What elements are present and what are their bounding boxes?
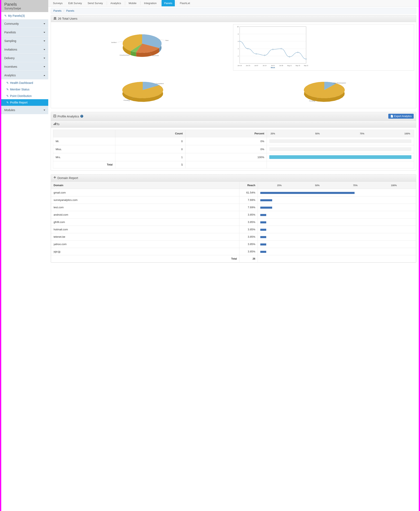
breadcrumb-link-0[interactable]: Panels [53,9,61,12]
svg-text:Jul 28: Jul 28 [279,65,283,66]
breadcrumb-link-1[interactable]: Panels [66,9,75,12]
row-percent: 0% [185,145,267,153]
to-footer-label: Total [53,161,115,168]
domain-th-axis: 25% 50% 75% 100% [258,182,416,189]
row-count: 1 [115,153,185,161]
sidebar-item-label: Member Status [10,88,30,91]
tab-surveys[interactable]: Surveys [50,0,65,6]
app-pie-chart: App DownloadedPending [234,77,414,106]
svg-text:App Downloaded: App Downloaded [333,82,346,84]
row-bar [267,145,414,153]
sidebar-section-invitations[interactable]: Invitations [1,45,48,54]
table-row: Miss. 0 0% [53,145,414,153]
edit-icon: ✎ [6,81,9,84]
svg-text:2: 2 [238,55,239,57]
row-reach: 3.85% [240,219,258,226]
sidebar-item-label: Profile Report [10,101,28,104]
to-footer-count: 1 [115,161,185,168]
sidebar-section-community[interactable]: Community [1,19,48,28]
table-row: yahoo.com 3.85% [51,241,416,248]
tab-panels[interactable]: Panels [162,0,175,6]
sidebar-item-member-status[interactable]: ✎Member Status [1,86,48,93]
tab-mobile[interactable]: Mobile [126,0,139,6]
row-percent: 100% [185,153,267,161]
help-icon[interactable]: ? [80,115,83,118]
tab-integration[interactable]: Integration [141,0,159,6]
sidebar-section-delivery[interactable]: Delivery [1,54,48,62]
row-label: Miss. [53,145,115,153]
svg-point-35 [272,49,273,50]
svg-point-0 [54,17,55,18]
row-reach: 3.85% [240,241,258,248]
sidebar-section-modules[interactable]: Modules [1,106,48,114]
to-title: To [56,122,60,126]
row-bar [258,248,416,255]
row-domain: android.com [51,211,240,219]
save-icon [53,114,56,118]
svg-point-38 [297,52,298,53]
sidebar-section-label: Delivery [4,56,15,60]
svg-text:Unsubscribed: Unsubscribed [120,54,129,56]
chevron-down-icon [44,49,45,50]
export-label: Export Analytics [394,115,412,118]
breadcrumb: Panels / Panels [51,8,416,14]
my-panels-link[interactable]: ✎My Panels(3) [1,12,48,19]
table-row: gmail.com 61.54% [51,189,416,196]
row-bar [267,153,414,161]
domain-report-header: Domain Report [51,175,416,182]
row-domain: test.com [51,204,240,211]
to-th-blank [53,130,115,137]
sidebar-section-panelists[interactable]: Panelists [1,28,48,37]
svg-text:Jul 21: Jul 21 [271,65,275,66]
status-pie-chart: NewBouncedUnsubscribedVerified [53,24,231,71]
svg-rect-49 [54,116,56,117]
to-th-count: Count [115,130,185,137]
sidebar-section-label: Modules [4,108,15,112]
tab-flashlet[interactable]: FlashLet [177,0,193,6]
row-domain: ygv.jg [51,248,240,255]
sidebar-section-label: Analytics [4,74,16,77]
sidebar-section-sampling[interactable]: Sampling [1,37,48,45]
row-bar [258,196,416,204]
sidebar-section-analytics[interactable]: Analytics [1,71,48,80]
svg-point-39 [306,59,307,60]
row-reach: 3.85% [240,226,258,233]
row-bar [258,226,416,233]
svg-text:Aug 11: Aug 11 [287,65,292,67]
sidebar-item-health-dashboard[interactable]: ✎Health Dashboard [1,80,48,86]
tab-send-survey[interactable]: Send Survey [85,0,105,6]
sidebar-item-profile-report[interactable]: ✎Profile Report [1,99,48,106]
domain-footer-label: Total [51,255,240,262]
sidebar-item-point-distribution[interactable]: ✎Point Distribution [1,93,48,99]
sidebar-section-label: Sampling [4,39,16,43]
tab-analytics[interactable]: Analytics [108,0,124,6]
table-row: Mr. 0 0% [53,137,414,145]
row-reach: 7.69% [240,196,258,204]
svg-text:Pending: Pending [123,99,129,101]
table-row: hotmail.com 3.85% [51,226,416,233]
domain-footer-count: 26 [240,255,258,262]
sidebar-subtitle: SurveySwipe [4,7,45,10]
svg-text:Pending: Pending [309,100,315,102]
tab-edit-survey[interactable]: Edit Survey [66,0,84,6]
svg-text:Sep 15: Sep 15 [295,65,300,67]
row-bar [267,137,414,145]
svg-text:8: 8 [238,33,239,35]
domain-report-title: Domain Report [57,176,78,180]
top-nav: SurveysEdit SurveySend SurveyAnalyticsMo… [48,0,419,7]
sidebar-header: Panels SurveySwipe [1,0,48,12]
export-analytics-button[interactable]: 📄 Export Analytics [388,114,414,119]
svg-point-33 [256,53,257,54]
svg-text:New: New [165,39,168,41]
row-domain: yahoo.com [51,241,240,248]
profile-analytics-header: Profile Analytics ? 📄 Export Analytics [51,112,416,121]
table-row: ygv.jg 3.85% [51,248,416,255]
svg-text:10: 10 [237,26,239,27]
to-th-axis: 25% 50% 75% 100% [267,130,414,137]
row-percent: 0% [185,137,267,145]
sidebar-section-label: Panelists [4,31,16,34]
sidebar-section-incentives[interactable]: Incentives [1,62,48,71]
domain-th-domain: Domain [51,182,240,189]
row-domain: gfnfil.com [51,219,240,226]
table-row: android.com 3.85% [51,211,416,219]
